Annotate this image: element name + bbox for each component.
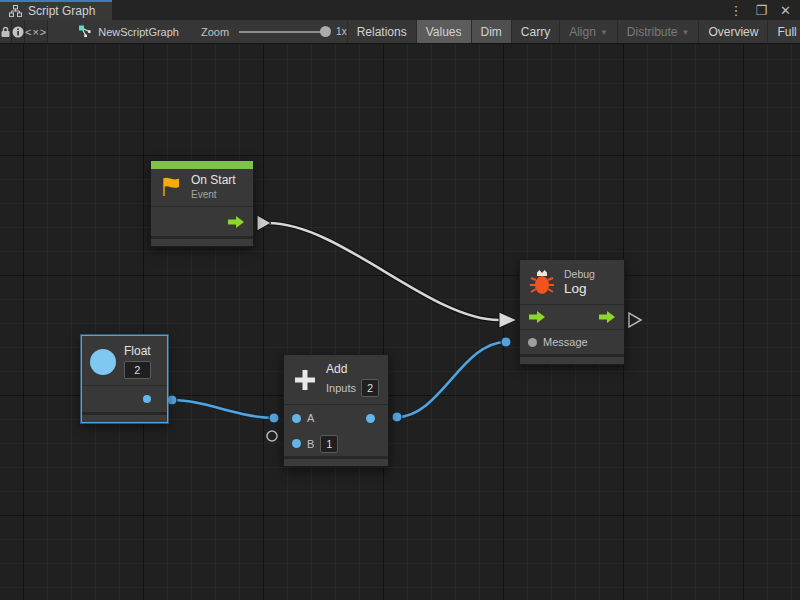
script-graph-icon (9, 5, 22, 17)
message-port-icon[interactable] (528, 338, 537, 347)
align-label: Align (569, 25, 596, 39)
add-input-a-label: A (307, 412, 314, 424)
add-title: Add (326, 362, 379, 376)
node-footer (284, 456, 388, 466)
control-input-port-icon[interactable] (528, 310, 546, 324)
wire-control-end-arrow[interactable] (499, 312, 517, 328)
align-button[interactable]: Align ▼ (559, 20, 617, 43)
node-debug-log[interactable]: Debug Log Message (519, 259, 625, 365)
zoom-slider-handle[interactable] (320, 26, 331, 37)
maximize-icon[interactable]: ❐ (755, 4, 767, 17)
distribute-button[interactable]: Distribute ▼ (617, 20, 699, 43)
wire-add-debug[interactable] (397, 342, 506, 417)
zoom-control: Zoom 1x (201, 20, 347, 43)
wire-endpoint-dot[interactable] (167, 395, 177, 405)
wire-control[interactable] (268, 223, 499, 320)
close-icon[interactable]: ✕ (780, 4, 791, 17)
add-output-port-icon[interactable] (366, 414, 375, 423)
event-green-bar (151, 161, 253, 169)
float-circle-icon (90, 349, 116, 375)
carry-label: Carry (521, 25, 550, 39)
dim-label: Dim (481, 25, 502, 39)
zoom-slider[interactable] (239, 31, 327, 33)
tab-bar: Script Graph ⋮ ❐ ✕ (0, 0, 800, 20)
plus-icon (292, 367, 318, 393)
toolbar-toggle-group: Relations Values Dim Carry Align ▼ Distr… (347, 20, 800, 43)
chevron-down-icon: ▼ (600, 28, 608, 37)
tab-title: Script Graph (28, 4, 95, 18)
graph-name: NewScriptGraph (98, 26, 179, 38)
code-preview-button[interactable]: <×> (25, 20, 48, 43)
overview-label: Overview (708, 25, 758, 39)
fullscreen-label: Full S (777, 25, 800, 39)
debug-title: Log (564, 281, 595, 296)
distribute-label: Distribute (627, 25, 678, 39)
node-footer (82, 412, 167, 422)
add-input-b-label: B (307, 438, 314, 450)
control-output-port-icon[interactable] (598, 310, 616, 324)
add-input-a-port-icon[interactable] (292, 414, 301, 423)
bug-icon (528, 267, 556, 297)
graph-selector[interactable]: NewScriptGraph (78, 20, 179, 43)
node-footer (520, 354, 624, 364)
menu-icon[interactable]: ⋮ (729, 4, 742, 17)
message-port-label: Message (543, 336, 588, 348)
node-add[interactable]: Add Inputs 2 A B 1 (283, 354, 389, 467)
graph-canvas[interactable]: On Start Event Debug (0, 44, 800, 600)
lock-icon (0, 26, 11, 38)
values-button[interactable]: Values (416, 20, 471, 43)
zoom-label: Zoom (201, 26, 229, 38)
flag-icon (159, 175, 183, 199)
values-label: Values (426, 25, 462, 39)
unconnected-port-triangle[interactable] (629, 313, 641, 327)
add-inputs-field[interactable]: 2 (361, 379, 379, 397)
on-start-title: On Start (191, 173, 236, 187)
float-output-port-icon[interactable] (143, 395, 151, 403)
graph-icon (78, 25, 92, 38)
wire-endpoint-dot[interactable] (269, 413, 279, 423)
code-icon: <×> (25, 26, 47, 38)
unconnected-port-circle[interactable] (267, 431, 277, 441)
add-b-value-field[interactable]: 1 (320, 435, 338, 453)
fullscreen-button[interactable]: Full S (767, 20, 800, 43)
float-title: Float (124, 344, 151, 358)
relations-label: Relations (357, 25, 407, 39)
on-start-subtitle: Event (191, 189, 236, 200)
relations-button[interactable]: Relations (347, 20, 416, 43)
add-inputs-label: Inputs (326, 382, 356, 394)
float-value-field[interactable]: 2 (124, 361, 151, 379)
lock-button[interactable] (0, 20, 12, 43)
chevron-down-icon: ▼ (681, 28, 689, 37)
wire-endpoint-dot[interactable] (501, 337, 511, 347)
wire-control-start-arrow[interactable] (257, 215, 271, 231)
info-button[interactable] (12, 20, 25, 43)
debug-category: Debug (564, 268, 595, 280)
toolbar: <×> NewScriptGraph Zoom 1x Relations Va (0, 20, 800, 44)
control-output-port-icon[interactable] (227, 215, 245, 229)
add-input-b-port-icon[interactable] (292, 439, 301, 448)
script-graph-window: Script Graph ⋮ ❐ ✕ <×> (0, 0, 800, 600)
node-on-start[interactable]: On Start Event (150, 160, 254, 247)
node-float[interactable]: Float 2 (81, 335, 168, 423)
node-footer (151, 236, 253, 246)
zoom-value: 1x (336, 26, 347, 37)
window-controls: ⋮ ❐ ✕ (729, 0, 800, 20)
overview-button[interactable]: Overview (698, 20, 767, 43)
info-icon (12, 26, 24, 38)
tab-script-graph[interactable]: Script Graph (0, 0, 112, 20)
wire-endpoint-dot[interactable] (392, 412, 402, 422)
carry-button[interactable]: Carry (511, 20, 559, 43)
dim-button[interactable]: Dim (471, 20, 511, 43)
wire-layer (0, 44, 800, 600)
